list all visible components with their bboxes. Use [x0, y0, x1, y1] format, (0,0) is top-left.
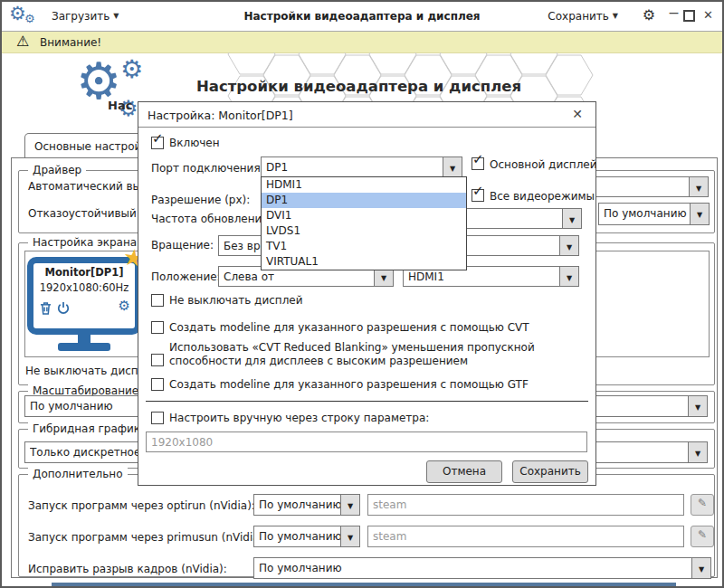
port-options-list: HDMI1 DP1 DVI1 LVDS1 TV1 VIRTUAL1: [261, 176, 467, 270]
driver-failsafe-label: Отказоустойчивый др: [28, 207, 155, 220]
cvt-reduced-checkbox[interactable]: [151, 354, 164, 366]
cvt-reduced-label: Использовать «CVT Reduced Blanking» умен…: [169, 341, 581, 368]
tearing-fix-select[interactable]: По умолчанию ▼: [253, 557, 711, 579]
warning-text: Внимание!: [40, 36, 101, 49]
cvt-modeline-checkbox[interactable]: [151, 321, 164, 334]
port-option[interactable]: DVI1: [262, 208, 466, 223]
port-option[interactable]: VIRTUAL1: [262, 254, 466, 270]
dropdown-arrow-icon[interactable]: ▼: [443, 157, 462, 176]
pencil-icon: ✎: [698, 528, 707, 541]
dropdown-arrow-icon[interactable]: ▼: [559, 267, 578, 286]
all-modes-label: Все видеорежимы: [490, 190, 595, 203]
group-extra-legend: Дополнительно: [28, 468, 128, 480]
cvt-modeline-label: Создать modeline для указанного разрешен…: [169, 321, 529, 334]
all-modes-checkbox[interactable]: ✓: [472, 189, 484, 202]
page-title: Настройки видеоадаптера и дисплея: [196, 78, 521, 95]
monitor-name: Monitor[DP1]: [33, 266, 135, 279]
monitor-mode: 1920x1080:60Hz: [33, 281, 135, 294]
primary-display-label: Основной дисплей: [490, 158, 597, 171]
manual-checkbox[interactable]: [151, 412, 164, 424]
dropdown-arrow-icon[interactable]: ▼: [691, 558, 710, 578]
save-dialog-button[interactable]: Сохранить: [512, 460, 588, 483]
optirun-input[interactable]: [367, 494, 684, 516]
driver-failsafe-select[interactable]: По умолчанию ▼: [598, 203, 710, 225]
manual-mode-input[interactable]: [146, 432, 587, 452]
primusun-input[interactable]: [367, 526, 684, 547]
save-button[interactable]: Сохранить▼: [548, 10, 618, 23]
save-button-label: Сохранить: [548, 10, 609, 23]
dropdown-arrow-icon[interactable]: ▼: [340, 495, 359, 515]
enabled-checkbox[interactable]: ✓: [151, 137, 164, 149]
app-window: ⚙ ⚙ Загрузить▼ Настройки видеоадаптера и…: [0, 0, 724, 588]
gtf-modeline-checkbox[interactable]: [151, 378, 164, 391]
dialog-title: Настройка: Monitor[DP1]: [148, 109, 293, 122]
optirun-edit-button[interactable]: ✎: [691, 494, 714, 516]
tearing-fix-label: Исправить разрыв кадров (nVidia):: [28, 563, 227, 575]
primusun-edit-button[interactable]: ✎: [691, 526, 714, 547]
primusun-label: Запуск программ через primusun (nVidia):: [28, 531, 267, 544]
driver-auto-label: Автоматический выбо: [28, 180, 155, 193]
monitor-base: [58, 343, 110, 351]
dropdown-arrow-icon[interactable]: ▼: [688, 442, 707, 462]
refresh-rate-label: Частота обновления (: [151, 213, 276, 225]
group-driver-legend: Драйвер: [28, 164, 86, 176]
primusun-select[interactable]: По умолчанию ▼: [253, 526, 360, 547]
delete-monitor-icon[interactable]: [40, 302, 52, 315]
keep-display-on-label: Не выключать диспл: [25, 365, 145, 377]
port-option[interactable]: TV1: [262, 239, 466, 254]
monitor-settings-gear-icon[interactable]: ⚙: [119, 298, 130, 314]
settings-gear-icon[interactable]: ⚙: [643, 6, 655, 24]
monitor-settings-dialog: Настройка: Monitor[DP1] ✕ ✓ Включен Порт…: [138, 101, 596, 486]
group-hybrid-legend: Гибридная графика: [28, 422, 151, 435]
pencil-icon: ✎: [698, 497, 707, 509]
rotation-label: Вращение:: [151, 239, 214, 251]
dropdown-arrow-icon[interactable]: ▼: [688, 396, 707, 416]
cancel-button[interactable]: Отмена: [426, 460, 502, 483]
dropdown-arrow-icon[interactable]: ▼: [689, 177, 708, 196]
top-toolbar: ⚙ ⚙ Загрузить▼ Настройки видеоадаптера и…: [2, 2, 722, 32]
port-label: Порт подключения:: [151, 162, 264, 175]
dialog-titlebar[interactable]: Настройка: Monitor[DP1] ✕: [138, 102, 595, 128]
dropdown-arrow-icon[interactable]: ▼: [559, 236, 578, 255]
dialog-separator: [146, 401, 588, 402]
close-window-button[interactable]: ✕: [703, 8, 713, 22]
gtf-modeline-label: Создать modeline для указанного разрешен…: [169, 378, 529, 391]
port-option[interactable]: HDMI1: [262, 177, 466, 193]
keep-on-checkbox-label: Не выключать дисплей: [169, 294, 303, 307]
keep-on-checkbox[interactable]: [151, 294, 164, 307]
group-extra: Дополнительно Запуск программ через opti…: [18, 474, 715, 577]
maximize-button[interactable]: [683, 10, 695, 22]
optirun-label: Запуск программ через optirun (nVidia):: [28, 499, 255, 512]
port-option-selected[interactable]: DP1: [262, 193, 466, 208]
chevron-down-icon: ▼: [613, 12, 618, 20]
warning-icon: ⚠: [16, 33, 29, 50]
dropdown-arrow-icon[interactable]: ▼: [562, 209, 581, 228]
port-select[interactable]: DP1 ▼: [261, 156, 462, 177]
enabled-label: Включен: [169, 137, 220, 149]
resolution-label: Разрешение (px):: [151, 194, 250, 206]
primary-display-checkbox[interactable]: ✓: [472, 157, 484, 170]
optirun-select[interactable]: По умолчанию ▼: [253, 494, 360, 516]
position-label: Положение:: [151, 270, 221, 283]
dropdown-arrow-icon[interactable]: ▼: [340, 526, 359, 546]
page-subtitle-fragment: Нас: [108, 99, 132, 112]
manual-label: Настроить вручную через строку параметра…: [169, 412, 429, 424]
power-monitor-icon[interactable]: [57, 301, 70, 315]
header-gear-medium-icon: ⚙: [120, 54, 143, 84]
port-option[interactable]: LVDS1: [262, 223, 466, 239]
dropdown-arrow-icon[interactable]: ▼: [690, 204, 709, 224]
dialog-close-icon[interactable]: ✕: [572, 107, 583, 121]
window-bottom-strip: [52, 583, 676, 588]
warning-banner: ⚠ Внимание!: [2, 32, 722, 53]
minimize-button[interactable]: —: [669, 7, 679, 19]
checkmark-icon: ✓: [152, 130, 164, 147]
